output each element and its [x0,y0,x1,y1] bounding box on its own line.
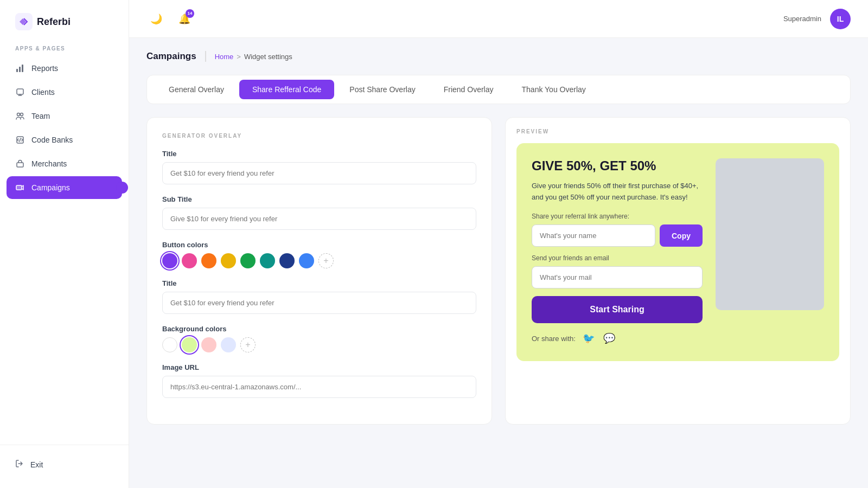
tab-share-referral[interactable]: Share Refferal Code [239,80,334,99]
generator-overlay-panel: GENERATOR OVERLAY Title Sub Title Button… [146,117,492,425]
whatsapp-icon[interactable]: 💬 [602,331,617,346]
sidebar-item-merchants[interactable]: Merchants [7,152,122,175]
tab-general-overlay[interactable]: General Overlay [156,80,237,99]
background-color-dots: + [162,337,476,352]
campaigns-icon [15,183,25,192]
logo-icon [15,13,33,30]
button-colors-label: Button colors [162,241,476,249]
svg-rect-4 [17,89,23,94]
active-indicator [116,182,128,194]
svg-rect-1 [16,69,18,72]
or-share-row: Or share with: 🐦 💬 [532,331,703,346]
breadcrumb: Campaings Home > Widget settings [146,51,851,62]
background-colors-group: Background colors + [162,325,476,352]
sidebar-item-team[interactable]: Team [7,105,122,127]
color-dot-orange[interactable] [201,253,216,268]
svg-rect-8 [17,163,23,167]
tab-thankyou-overlay[interactable]: Thank You Overlay [509,80,599,99]
svg-rect-9 [16,185,22,190]
subtitle-input[interactable] [162,208,476,230]
tabs-row: General Overlay Share Refferal Code Post… [146,75,851,104]
color-dot-lime[interactable] [182,337,197,352]
svg-point-6 [21,113,23,116]
copy-button[interactable]: Copy [660,224,703,247]
color-dot-blue[interactable] [299,253,314,268]
svg-point-5 [17,113,20,116]
user-name: Superadmin [783,15,821,23]
codebanks-icon [15,135,25,145]
or-share-label: Or share with: [532,335,576,343]
button-colors-group: Button colors + [162,241,476,268]
sidebar-item-clients[interactable]: Clients [7,81,122,104]
preview-name-input[interactable] [532,224,655,247]
image-url-group: Image URL [162,363,476,398]
color-dot-purple[interactable] [162,253,177,268]
svg-rect-3 [22,65,23,72]
sidebar-nav: Reports Clients Team Code Banks [0,55,129,445]
color-dot-teal[interactable] [260,253,275,268]
twitter-icon[interactable]: 🐦 [581,331,596,346]
preview-content: GIVE 50%, GET 50% Give your friends 50% … [532,158,703,346]
exit-button[interactable]: Exit [13,454,116,475]
main-area: 🌙 🔔 14 Superadmin IL Campaings Home > Wi… [129,0,868,488]
dark-mode-toggle[interactable]: 🌙 [146,9,166,29]
preview-email-input[interactable] [532,266,703,288]
sidebar-logo: Referbi [0,0,129,41]
preview-card-title: GIVE 50%, GET 50% [532,158,703,174]
title-input[interactable] [162,162,476,184]
topbar: 🌙 🔔 14 Superadmin IL [129,0,868,38]
sidebar-item-reports[interactable]: Reports [7,57,122,80]
add-button-color[interactable]: + [318,253,334,268]
sidebar-label-codebanks: Code Banks [31,136,73,144]
chart-icon [15,63,25,73]
panels-row: GENERATOR OVERLAY Title Sub Title Button… [146,117,851,425]
color-dot-white[interactable] [162,337,177,352]
color-dot-pink[interactable] [182,253,197,268]
page-title: Campaings [146,51,206,62]
color-dot-green-dark[interactable] [240,253,256,268]
add-bg-color[interactable]: + [240,337,256,352]
breadcrumb-home[interactable]: Home [215,53,234,61]
clients-icon [15,87,25,97]
preview-card-subtitle: Give your friends 50% off their first pu… [532,181,703,203]
preview-image [716,158,824,310]
color-dot-blue-dark[interactable] [279,253,295,268]
title2-field-group: Title [162,279,476,314]
sidebar-label-reports: Reports [31,64,58,73]
start-sharing-button[interactable]: Start Sharing [532,296,703,323]
tab-friend-overlay[interactable]: Friend Overlay [431,80,507,99]
team-icon [15,111,25,121]
color-dot-peach[interactable] [201,337,216,352]
preview-share-label: Share your referral link anywhere: [532,213,703,220]
tab-post-share[interactable]: Post Share Overlay [336,80,428,99]
button-color-dots: + [162,253,476,268]
background-colors-label: Background colors [162,325,476,333]
color-dot-yellow[interactable] [221,253,236,268]
avatar[interactable]: IL [830,9,851,29]
title2-input[interactable] [162,292,476,314]
sidebar-section-label: APPS & PAGES [0,41,129,55]
sidebar-item-codebanks[interactable]: Code Banks [7,129,122,151]
sidebar-label-clients: Clients [31,88,55,97]
image-url-input[interactable] [162,376,476,398]
preview-name-row: Copy [532,224,703,247]
preview-panel: PREVIEW GIVE 50%, GET 50% Give your frie… [505,117,851,425]
image-url-label: Image URL [162,363,476,371]
notifications-button[interactable]: 🔔 14 [175,9,194,29]
preview-email-label: Send your friends an email [532,254,703,262]
breadcrumb-current: Widget settings [244,53,292,61]
subtitle-field-group: Sub Title [162,195,476,230]
generator-section-label: GENERATOR OVERLAY [162,133,476,139]
sidebar-item-campaigns[interactable]: Campaigns [7,176,122,199]
sidebar-footer: Exit [0,445,129,488]
title2-label: Title [162,279,476,287]
sidebar-label-campaigns: Campaigns [31,183,70,192]
breadcrumb-separator: > [237,53,241,61]
topbar-right: Superadmin IL [783,9,851,29]
preview-card: GIVE 50%, GET 50% Give your friends 50% … [516,143,839,361]
color-dot-lavender[interactable] [221,337,236,352]
merchants-icon [15,159,25,169]
content-area: Campaings Home > Widget settings General… [129,38,868,488]
preview-section-label: PREVIEW [516,129,839,134]
topbar-left: 🌙 🔔 14 [146,9,194,29]
